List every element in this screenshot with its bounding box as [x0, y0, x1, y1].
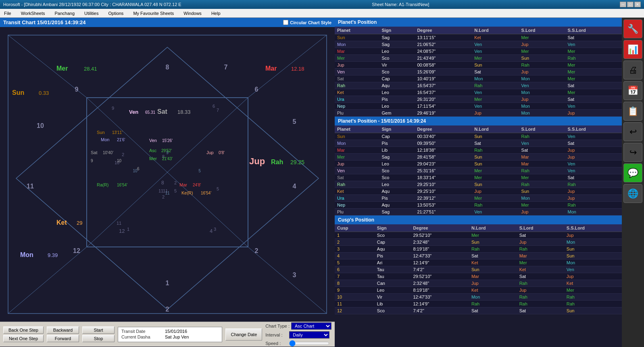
- nlord-cell: Jup: [469, 280, 517, 287]
- svg-text:2: 2: [166, 306, 169, 313]
- svg-text:11: 11: [117, 221, 121, 226]
- backward-btn[interactable]: Backward: [47, 326, 79, 334]
- nlord-cell: Mar: [469, 273, 517, 280]
- start-btn[interactable]: Start: [82, 326, 115, 334]
- sslord-cell: Mon: [565, 209, 622, 215]
- chart-type-select[interactable]: Asc Chart: [291, 322, 331, 330]
- table-row: Rah Aqu 16:54'37" Rah Ven Sat: [335, 82, 622, 89]
- sslord-cell: Jup: [565, 147, 622, 154]
- sslord-cell: Mer: [565, 75, 622, 82]
- sslord-cell: Sun: [564, 307, 622, 314]
- tools-button[interactable]: 🔧: [623, 19, 642, 38]
- planet-cell: Nep: [335, 202, 379, 209]
- slord-cell: Jup: [519, 69, 565, 75]
- menu-item-worksheets[interactable]: WorkSheets: [19, 10, 48, 16]
- chat-button[interactable]: 💬: [623, 163, 642, 182]
- degree-cell: 10:40'19": [415, 75, 472, 82]
- sign-cell: Sag: [379, 154, 415, 161]
- table-row: 10 Vir 12:47'33" Mon Rah Rah: [335, 294, 622, 301]
- sign-cell: Pis: [379, 140, 415, 147]
- slord-cell: Mon: [519, 110, 565, 117]
- slord-cell: Sun: [519, 55, 565, 62]
- degree-cell: 7:4'2": [411, 266, 469, 273]
- circular-style-checkbox[interactable]: [283, 20, 288, 25]
- svg-text:1: 1: [127, 227, 129, 232]
- nlord-cell: Rah: [472, 202, 519, 209]
- sslord-cell: Jup: [565, 154, 622, 161]
- menu-item-windows[interactable]: Windows: [181, 10, 204, 16]
- sign-cell: Sco: [375, 232, 411, 239]
- svg-text:24'8': 24'8': [193, 183, 201, 187]
- degree-cell: 8:19'18": [411, 246, 469, 253]
- col-sign-2: Sign: [379, 125, 415, 133]
- back-one-step-btn[interactable]: Back One Step: [3, 326, 44, 334]
- svg-text:Sun: Sun: [97, 130, 105, 135]
- nlord-cell: Sat: [469, 253, 517, 259]
- col-slord-c: S.Lord: [517, 224, 564, 232]
- svg-text:16'54': 16'54': [117, 183, 127, 187]
- planet-cell: Sun: [335, 34, 379, 41]
- interval-select[interactable]: Daily: [289, 331, 329, 339]
- degree-cell: 16:54'37": [415, 82, 472, 89]
- speed-slider[interactable]: [289, 340, 329, 347]
- chart-style-option[interactable]: Circular Chart Style: [283, 20, 331, 25]
- speed-row: Speed :: [265, 340, 331, 347]
- back-button[interactable]: ↩: [623, 122, 642, 141]
- svg-text:5: 5: [217, 186, 219, 191]
- forward-btn[interactable]: Forward: [47, 335, 79, 342]
- col-degree-c: Degree: [411, 224, 469, 232]
- close-btn[interactable]: ✕: [634, 2, 641, 7]
- nlord-cell: Ket: [469, 287, 517, 294]
- network-button[interactable]: 🌐: [623, 184, 642, 203]
- nlord-cell: Ven: [472, 103, 519, 110]
- slord-cell: Mar: [519, 161, 565, 167]
- sign-cell: Aqu: [375, 246, 411, 253]
- svg-text:21'43': 21'43': [162, 157, 173, 161]
- slord-cell: Jup: [519, 41, 565, 48]
- menu-item-my favourite sheets[interactable]: My Favourite Sheets: [131, 10, 176, 16]
- minimize-btn[interactable]: ─: [620, 2, 626, 7]
- svg-text:6: 6: [213, 104, 215, 109]
- planet-cell: Ket: [335, 188, 379, 195]
- sslord-cell: Jup: [564, 232, 622, 239]
- svg-text:12: 12: [73, 247, 80, 254]
- svg-text:Rah: Rah: [271, 159, 283, 165]
- menu-item-panchang[interactable]: Panchang: [52, 10, 77, 16]
- maximize-btn[interactable]: □: [627, 2, 634, 7]
- fwd-button[interactable]: ↪: [623, 143, 642, 162]
- menu-item-options[interactable]: Options: [106, 10, 126, 16]
- slord-cell: Rah: [519, 167, 565, 174]
- notes-button[interactable]: 📋: [623, 102, 642, 121]
- sslord-cell: Mer: [565, 89, 622, 96]
- menu-item-help[interactable]: Help: [209, 10, 223, 16]
- slord-cell: Rah: [519, 181, 565, 188]
- transit-chart: 8 9 10 11 12 1 2 3 4 5 6: [0, 27, 335, 322]
- table-row: Mar Leo 24:08'57" Ven Mer Mer: [335, 48, 622, 55]
- nlord-cell: Mer: [472, 174, 519, 181]
- nlord-cell: Ket: [469, 259, 517, 266]
- sslord-cell: Mer: [565, 69, 622, 75]
- nlord-cell: Ven: [472, 209, 519, 215]
- svg-text:6: 6: [255, 86, 258, 93]
- chart-type-row: Chart Type : Asc Chart: [265, 322, 331, 330]
- menu-item-utilities[interactable]: Utilities: [82, 10, 101, 16]
- degree-cell: 21:43'49": [415, 55, 472, 62]
- slord-cell: Sat: [517, 273, 564, 280]
- chart-area: 8 9 10 11 12 1 2 3 4 5 6: [0, 27, 335, 322]
- chart-button[interactable]: 📊: [623, 40, 642, 59]
- nlord-cell: Sun: [472, 154, 519, 161]
- nlord-cell: Jup: [472, 110, 519, 117]
- sslord-cell: Sat: [565, 82, 622, 89]
- menu-item-file[interactable]: File: [2, 10, 14, 16]
- planet-cell: Nep: [335, 103, 379, 110]
- stop-btn[interactable]: Stop: [82, 335, 115, 342]
- nlord-cell: Rah: [472, 82, 519, 89]
- sslord-cell: Sun: [564, 246, 622, 253]
- print-button[interactable]: 🖨: [623, 61, 642, 79]
- svg-text:Ket: Ket: [56, 219, 67, 226]
- calendar-button[interactable]: 📅: [623, 81, 642, 100]
- next-one-step-btn[interactable]: Next One Step: [3, 335, 44, 342]
- cusps-table: Cusp Sign Degree N.Lord S.Lord S.S.Lord …: [335, 224, 622, 314]
- change-date-btn[interactable]: Change Date: [225, 328, 262, 341]
- cusps-position: Cusp's Position Cusp Sign Degree N.Lord …: [335, 215, 622, 314]
